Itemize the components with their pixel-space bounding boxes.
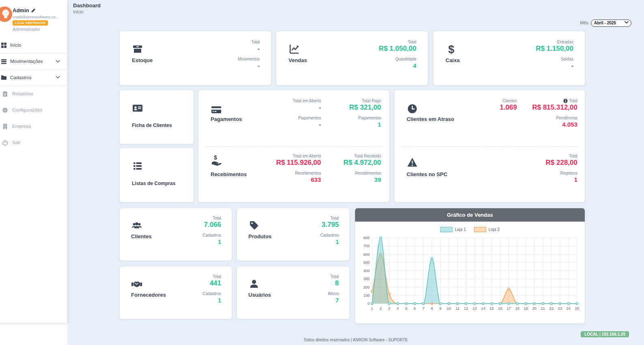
card-clientes: Clientes Total 7.066 Cadastros 1 bbox=[120, 208, 232, 261]
stat-value: - bbox=[293, 121, 321, 129]
legend-item[interactable]: Loja 1 bbox=[440, 227, 466, 232]
svg-text:13: 13 bbox=[472, 306, 477, 310]
stat-label: Cadastros bbox=[202, 233, 221, 238]
avatar[interactable] bbox=[0, 6, 12, 22]
tag-icon bbox=[248, 220, 260, 231]
profile-name: Admin bbox=[13, 7, 36, 13]
legend-item[interactable]: Loja 2 bbox=[474, 227, 500, 232]
stat-value: 1 bbox=[349, 121, 381, 129]
svg-text:8: 8 bbox=[431, 306, 433, 310]
stat-label: Recebimentos bbox=[343, 170, 381, 176]
card-title: Pagamentos bbox=[211, 116, 242, 122]
svg-text:16: 16 bbox=[498, 306, 502, 310]
chart-line-icon bbox=[289, 43, 300, 55]
chart-title: Gráfico de Vendas bbox=[355, 208, 585, 222]
stat-label: Total Recebido bbox=[343, 153, 381, 159]
stat-value: - bbox=[293, 104, 321, 112]
gear-icon bbox=[2, 107, 8, 113]
sidebar-item-label: Empresa bbox=[12, 124, 31, 129]
sidebar-item-movimentacoes[interactable]: Movimentações bbox=[0, 53, 67, 69]
stat-value: R$ 1.050,00 bbox=[379, 45, 416, 53]
stat-label: Quantidade bbox=[379, 56, 416, 62]
legend-swatch bbox=[474, 227, 486, 232]
card-listas-compras[interactable]: Listas de Compras bbox=[120, 148, 194, 202]
svg-text:1: 1 bbox=[371, 306, 373, 310]
sidebar-item-empresa[interactable]: Empresa bbox=[0, 118, 67, 134]
sidebar-item-cadastros[interactable]: Cadastros bbox=[0, 69, 67, 86]
card-title: Usuários bbox=[248, 292, 271, 298]
svg-text:15: 15 bbox=[489, 306, 494, 310]
stat-label: Cadastros bbox=[320, 233, 339, 238]
svg-text:7: 7 bbox=[422, 306, 424, 310]
sidebar-item-label: Início bbox=[10, 43, 22, 47]
chevron-down-icon[interactable] bbox=[56, 60, 60, 63]
stat-label: Total Pago bbox=[349, 98, 381, 104]
svg-text:100: 100 bbox=[363, 293, 370, 298]
stat-label: Total bbox=[238, 39, 260, 45]
card-title: Clientes em Atraso bbox=[407, 116, 454, 122]
stat-label: Movimentos bbox=[238, 56, 260, 62]
stat-label: Total bbox=[202, 274, 221, 279]
svg-text:25: 25 bbox=[575, 306, 579, 310]
stat-value: 7 bbox=[328, 296, 339, 304]
credit-card-icon bbox=[211, 104, 222, 115]
svg-text:0: 0 bbox=[368, 301, 370, 306]
stat-value: 1.069 bbox=[500, 104, 517, 112]
pencil-edit-icon[interactable] bbox=[31, 8, 36, 13]
stat-value: 441 bbox=[202, 279, 221, 287]
stat-label: Total em Aberto bbox=[293, 98, 321, 104]
stat-value: 39 bbox=[343, 176, 381, 184]
sidebar-item-label: Movimentações bbox=[10, 59, 43, 64]
svg-text:600: 600 bbox=[363, 252, 370, 257]
card-estoque: Estoque Total - Movimentos - bbox=[120, 31, 271, 85]
stat-label: Saídas bbox=[536, 56, 573, 62]
svg-text:5: 5 bbox=[405, 306, 407, 310]
stat-value: - bbox=[536, 62, 573, 70]
stat-value: 1 bbox=[202, 238, 221, 246]
hand-dollar-icon: $ bbox=[211, 154, 222, 166]
store-badge: LOJA VERTENTES bbox=[13, 20, 48, 26]
stat-label: Cadastros bbox=[202, 291, 221, 296]
month-select[interactable]: Abril - 2025 bbox=[591, 19, 631, 27]
building-icon bbox=[2, 123, 8, 129]
dashed-divider bbox=[402, 146, 577, 147]
svg-text:800: 800 bbox=[363, 235, 370, 240]
folder-icon bbox=[1, 74, 7, 80]
warning-triangle-icon bbox=[407, 157, 418, 168]
card-produtos: Produtos Total 3.795 Cadastros 1 bbox=[237, 208, 349, 261]
sidebar-item-relatorios[interactable]: Relatórios bbox=[0, 86, 67, 102]
stat-label: Pendências bbox=[532, 115, 577, 121]
card-title: Clientes no SPC bbox=[407, 171, 447, 177]
grid-icon bbox=[1, 42, 7, 48]
list-icon bbox=[132, 160, 143, 172]
stat-value: 4 bbox=[379, 62, 416, 70]
sidebar-item-inicio[interactable]: Início bbox=[0, 37, 67, 53]
sidebar-item-configuracoes[interactable]: Configurações bbox=[0, 102, 67, 118]
stat-label: Pagamentos bbox=[349, 115, 381, 121]
svg-text:9: 9 bbox=[439, 306, 442, 310]
sidebar-item-label: Configurações bbox=[12, 108, 42, 112]
card-ficha-clientes[interactable]: Ficha de Clientes bbox=[120, 90, 194, 144]
profile-name-text: Admin bbox=[13, 7, 29, 13]
chevron-down-icon[interactable] bbox=[56, 76, 60, 79]
users-icon bbox=[131, 220, 142, 231]
card-atraso-spc: Clientes em Atraso Clientes 1.069 Total … bbox=[394, 90, 585, 202]
stat-label: Total bbox=[320, 216, 339, 221]
legend-swatch bbox=[440, 227, 452, 232]
id-card-icon bbox=[132, 102, 143, 114]
stat-value: R$ 1.150,00 bbox=[536, 45, 573, 53]
card-title: Vendas bbox=[289, 57, 307, 63]
card-usuarios: Usuários Total 8 Ativos 7 bbox=[237, 267, 349, 319]
stat-value: R$ 815.312,00 bbox=[532, 104, 577, 112]
card-title: Listas de Compras bbox=[132, 181, 175, 186]
info-icon[interactable] bbox=[563, 99, 568, 103]
svg-text:2: 2 bbox=[379, 306, 381, 310]
stat-value: 8 bbox=[328, 279, 339, 287]
card-title: Estoque bbox=[132, 57, 153, 63]
sidebar-item-sair[interactable]: Sair bbox=[0, 134, 67, 151]
svg-text:400: 400 bbox=[363, 268, 370, 273]
svg-text:20: 20 bbox=[532, 306, 537, 310]
svg-text:3: 3 bbox=[388, 306, 390, 310]
stat-label: Entradas bbox=[536, 39, 573, 45]
stat-value: R$ 4.972,00 bbox=[343, 159, 381, 167]
